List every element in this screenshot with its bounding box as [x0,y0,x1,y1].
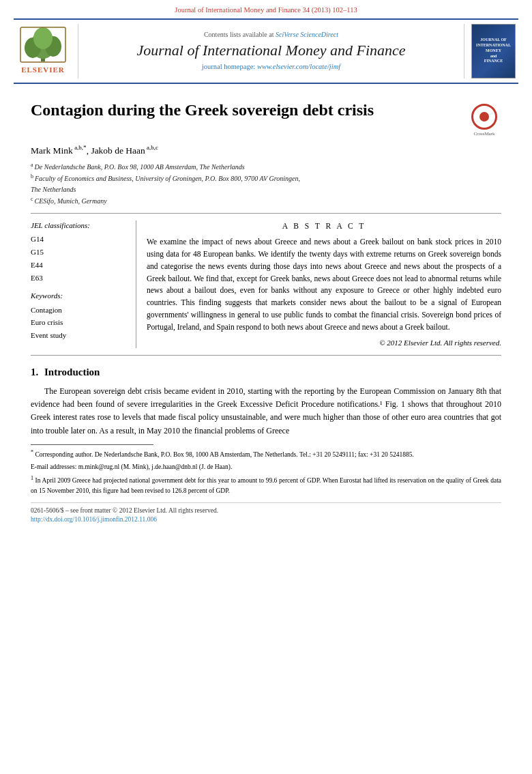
sciverse-link[interactable]: SciVerse ScienceDirect [276,31,338,38]
crossmark-label: CrossMark [473,131,494,138]
keyword-euro-crisis: Euro crisis [31,316,129,329]
affiliation-b: b Faculty of Economics and Business, Uni… [31,173,501,194]
main-content: Contagion during the Greek sovereign deb… [0,84,532,534]
footnote-email-text: E-mail addresses: m.mink@rug.nl (M. Mink… [31,463,232,470]
journal-info-center: Contents lists available at SciVerse Sci… [78,24,464,78]
sciverse-line: Contents lists available at SciVerse Sci… [204,30,338,40]
abstract-text-panel: A B S T R A C T We examine the impact of… [147,220,501,348]
elsevier-logo: ELSEVIER [19,26,67,75]
abstract-title: A B S T R A C T [147,220,501,231]
page: Journal of International Money and Finan… [0,0,532,774]
keywords-label: Keywords: [31,291,129,301]
journal-title: Journal of International Money and Finan… [136,42,405,59]
crossmark-icon [471,104,497,130]
footnote-1-sup: 1 [31,475,33,481]
elsevier-tree-icon [19,26,67,63]
crossmark-inner [479,112,489,121]
affil-text-b: Faculty of Economics and Business, Unive… [31,175,300,193]
affiliation-c: c CESifo, Munich, Germany [31,195,501,206]
jel-keywords-panel: JEL classifications: G14 G15 E44 E63 Key… [31,220,136,348]
introduction-heading: 1. Introduction [31,365,501,379]
author2-sup: a,b,c [145,144,158,151]
author1-sup: a,b,* [73,144,87,151]
affiliation-a: a De Nederlandsche Bank, P.O. Box 98, 10… [31,161,501,172]
jel-code-g14: G14 [31,233,129,246]
footnote-email: E-mail addresses: m.mink@rug.nl (M. Mink… [31,462,501,472]
footnotes-divider [31,444,153,445]
cover-title: JOURNAL OFINTERNATIONALMONEYandFINANCE [476,38,511,64]
affil-text-c: CESifo, Munich, Germany [35,197,107,205]
keyword-contagion: Contagion [31,304,129,317]
elsevier-brand: ELSEVIER [21,65,65,75]
journal-homepage: journal homepage: www.elsevier.com/locat… [202,62,340,72]
article-title: Contagion during the Greek sovereign deb… [31,100,467,120]
abstract-body: We examine the impact of news about Gree… [147,236,501,334]
footer-doi[interactable]: http://dx.doi.org/10.1016/j.jimonfin.201… [31,515,501,524]
crossmark-badge[interactable]: CrossMark [467,104,501,138]
jel-codes: G14 G15 E44 E63 [31,233,129,284]
section-number: 1. [31,367,38,377]
homepage-prefix: journal homepage: [202,63,257,70]
keyword-event-study: Event study [31,329,129,342]
divider-1 [31,213,501,214]
introduction-paragraph: The European sovereign debt crisis becam… [31,385,501,438]
journal-title-text: Journal of International Money and Finan… [136,42,405,59]
abstract-section: JEL classifications: G14 G15 E44 E63 Key… [31,220,501,348]
jel-code-e63: E63 [31,272,129,285]
citation-text: Journal of International Money and Finan… [175,6,357,14]
affil-text-a: De Nederlandsche Bank, P.O. Box 98, 1000… [35,163,245,171]
homepage-url[interactable]: www.elsevier.com/locate/jimf [257,63,340,70]
authors-line: Mark Mink a,b,*, Jakob de Haan a,b,c [31,143,501,157]
journal-header: ELSEVIER Contents lists available at Sci… [14,18,518,84]
footnote-corresponding: * Corresponding author. De Nederlandsche… [31,448,501,459]
footnote-1-text: In April 2009 Greece had projected natio… [31,478,501,494]
affiliations: a De Nederlandsche Bank, P.O. Box 98, 10… [31,161,501,206]
svg-point-4 [33,27,53,49]
jel-label: JEL classifications: [31,220,129,231]
section-title-text: Introduction [44,367,100,377]
abstract-copyright: © 2012 Elsevier Ltd. All rights reserved… [147,338,501,348]
footer-license: 0261-5606/$ – see front matter © 2012 El… [31,506,501,515]
footnote-star-text: Corresponding author. De Nederlandsche B… [35,451,413,458]
author2-name: Jakob de Haan [91,145,145,155]
citation-bar: Journal of International Money and Finan… [0,0,532,18]
jel-code-e44: E44 [31,259,129,272]
footnote-star-sup: * [31,449,33,455]
journal-cover-image: JOURNAL OFINTERNATIONALMONEYandFINANCE [471,24,516,78]
elsevier-logo-section: ELSEVIER [14,24,78,78]
article-title-section: Contagion during the Greek sovereign deb… [31,100,501,138]
sciverse-prefix: Contents lists available at [204,31,276,38]
divider-2 [31,355,501,356]
jel-code-g15: G15 [31,246,129,259]
keywords-list: Contagion Euro crisis Event study [31,304,129,342]
journal-cover-section: JOURNAL OFINTERNATIONALMONEYandFINANCE [464,24,518,78]
page-footer: 0261-5606/$ – see front matter © 2012 El… [31,502,501,525]
author1-name: Mark Mink [31,145,73,155]
footnote-1: 1 In April 2009 Greece had projected nat… [31,474,501,496]
